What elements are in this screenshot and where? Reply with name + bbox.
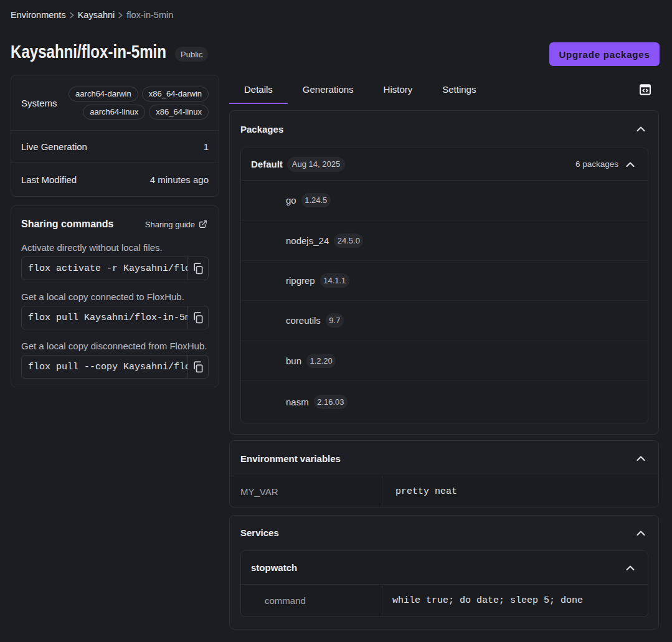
- svg-text:Kaysahni/flox-in-5min: Kaysahni/flox-in-5min: [11, 42, 166, 62]
